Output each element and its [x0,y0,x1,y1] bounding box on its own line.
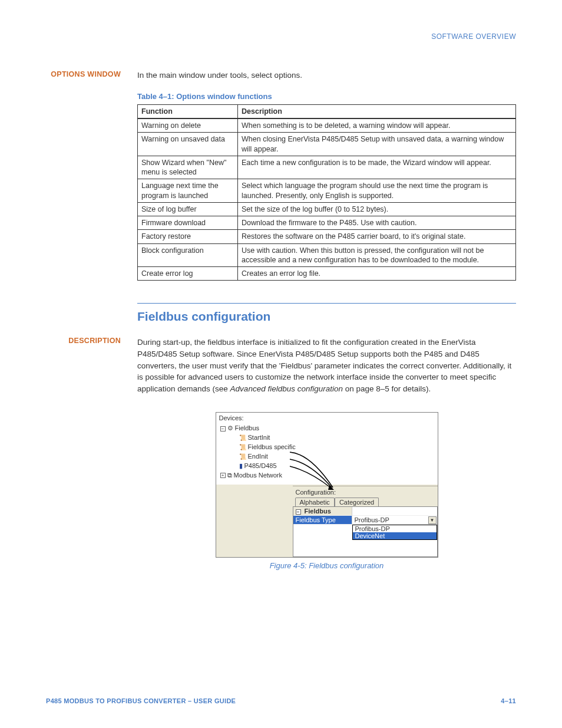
options-window-intro: In the main window under tools, select o… [137,70,516,81]
cell-description: When closing EnerVista P485/D485 Setup w… [238,133,516,156]
option-item[interactable]: Profibus-DP [353,525,437,532]
cell-description: Download the firmware to the P485. Use w… [238,216,516,230]
options-window-table: Function Description Warning on deleteWh… [137,104,516,281]
cell-description: Restores the software on the P485 carrie… [238,230,516,243]
prop-key[interactable]: Fieldbus Type [293,516,352,525]
cell-description: Select which language the program should… [238,179,516,203]
options-window-label: OPTIONS WINDOW [46,70,137,281]
scroll-icon: 📜 [239,443,246,452]
collapse-icon[interactable]: − [220,426,226,431]
tree-item[interactable]: P485/D485 [244,462,277,471]
cell-description: Each time a new configuration is to be m… [238,156,516,179]
table-caption: Table 4–1: Options window functions [137,92,516,101]
tab-alphabetic[interactable]: Alphabetic [295,498,335,506]
gear-icon: ⚙ [227,424,233,433]
scroll-icon: 📜 [239,434,246,443]
footer-right: 4–11 [501,697,516,704]
tab-categorized[interactable]: Categorized [335,498,379,506]
cell-description: Set the size of the log buffer (0 to 512… [238,202,516,216]
figure-caption: Figure 4-5: Fieldbus configuration [270,561,384,570]
device-icon: ▮ [239,462,243,471]
devices-label: Devices: [219,414,435,421]
table-row: Warning on unsaved dataWhen closing Ener… [138,133,516,156]
tree-sibling[interactable]: Modbus Network [234,471,283,480]
table-row: Show Wizard when "New" menu is selectedE… [138,156,516,179]
cell-function: Show Wizard when "New" menu is selected [138,156,238,179]
dropdown-options[interactable]: Profibus-DP DeviceNet [352,525,437,540]
cell-function: Warning on delete [138,118,238,133]
cell-function: Factory restore [138,230,238,243]
section-divider [137,303,516,304]
cell-description: Creates an error log file. [238,267,516,281]
table-row: Factory restoreRestores the software on … [138,230,516,243]
tree-item[interactable]: StartInit [248,433,270,443]
scroll-icon: 📜 [239,453,246,462]
col-description: Description [238,104,516,118]
cell-description: Use with caution. When this button is pr… [238,243,516,267]
cell-function: Create error log [138,267,238,281]
table-row: Language next time the program is launch… [138,179,516,203]
collapse-icon[interactable]: − [296,509,301,515]
cell-function: Warning on unsaved data [138,133,238,156]
description-label: DESCRIPTION [46,337,137,394]
table-row: Create error logCreates an error log fil… [138,267,516,281]
page-header-breadcrumb: SOFTWARE OVERVIEW [46,32,516,41]
device-tree[interactable]: −⚙Fieldbus 📜StartInit 📜Fieldbus specific… [219,423,435,483]
prop-value[interactable]: Profibus-DP [355,516,389,523]
configuration-label: Configuration: [293,488,438,498]
cell-function: Size of log buffer [138,202,238,216]
cell-description: When something is to be deleted, a warni… [238,118,516,133]
fieldbus-heading: Fieldbus configuration [137,309,516,324]
prop-group: Fieldbus [305,508,331,515]
expand-icon[interactable]: + [220,473,226,478]
chevron-down-icon[interactable]: ▼ [428,516,437,524]
table-row: Warning on deleteWhen something is to be… [138,118,516,133]
table-row: Block configurationUse with caution. Whe… [138,243,516,267]
fieldbus-paragraph: During start-up, the fieldbus interface … [137,337,516,394]
fieldbus-screenshot: Devices: −⚙Fieldbus 📜StartInit 📜Fieldbus… [216,412,438,558]
network-icon: ⧉ [227,471,232,480]
col-function: Function [138,104,238,118]
property-grid[interactable]: − Fieldbus Fieldbus Type Profibus-DP▼ Pr… [293,506,438,557]
footer-left: P485 MODBUS TO PROFIBUS CONVERTER – USER… [46,697,236,704]
table-row: Firmware downloadDownload the firmware t… [138,216,516,230]
cell-function: Language next time the program is launch… [138,179,238,203]
cell-function: Block configuration [138,243,238,267]
tree-root[interactable]: Fieldbus [235,424,260,433]
option-item[interactable]: DeviceNet [353,532,437,539]
tree-item[interactable]: EndInit [248,452,268,462]
table-row: Size of log bufferSet the size of the lo… [138,202,516,216]
cell-function: Firmware download [138,216,238,230]
tree-item[interactable]: Fieldbus specific [248,443,296,452]
